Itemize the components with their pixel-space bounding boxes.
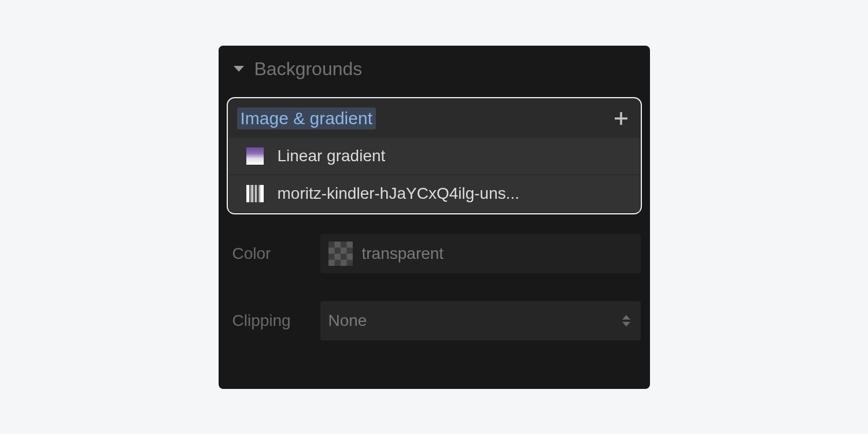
select-arrows-icon <box>622 315 630 327</box>
section-title: Backgrounds <box>254 58 363 80</box>
subsection-title: Image & gradient <box>237 107 376 129</box>
layer-label: Linear gradient <box>278 147 386 165</box>
add-layer-button[interactable] <box>613 110 629 127</box>
backgrounds-panel: Backgrounds Image & gradient Linear grad… <box>219 46 650 389</box>
clipping-row: Clipping None <box>219 293 650 348</box>
clipping-select[interactable]: None <box>320 301 641 340</box>
color-row: Color transparent <box>219 226 650 281</box>
image-swatch-icon <box>246 185 264 202</box>
subsection-header: Image & gradient <box>229 99 640 138</box>
clipping-value-text: None <box>328 311 367 330</box>
layer-item-image[interactable]: moritz-kindler-hJaYCxQ4ilg-uns... <box>229 175 640 212</box>
color-value-input[interactable]: transparent <box>320 234 641 273</box>
layer-list: Linear gradient moritz-kindler-hJaYCxQ4i… <box>229 138 640 212</box>
color-label: Color <box>228 244 320 263</box>
layer-label: moritz-kindler-hJaYCxQ4ilg-uns... <box>278 184 520 203</box>
transparent-swatch-icon <box>328 242 353 266</box>
color-value-text: transparent <box>362 244 444 263</box>
chevron-down-icon <box>234 66 244 72</box>
clipping-label: Clipping <box>228 311 320 330</box>
layer-item-gradient[interactable]: Linear gradient <box>229 138 640 175</box>
gradient-swatch-icon <box>246 147 264 165</box>
image-gradient-box: Image & gradient Linear gradient moritz-… <box>227 97 642 214</box>
section-header[interactable]: Backgrounds <box>219 46 650 91</box>
